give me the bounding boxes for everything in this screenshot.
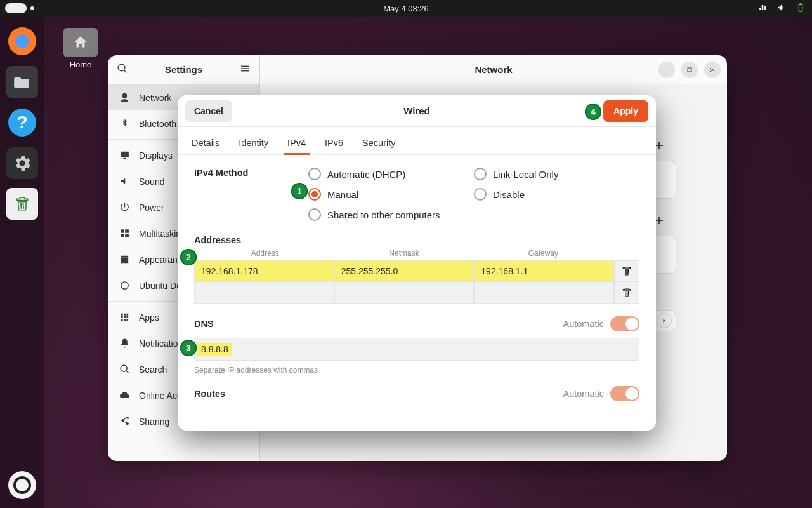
dns-automatic-label: Automatic bbox=[563, 319, 604, 329]
annotation-4: 4 bbox=[585, 104, 601, 120]
addresses-label: Addresses bbox=[194, 235, 639, 245]
add-wired-button[interactable]: + bbox=[655, 137, 669, 150]
dns-label: DNS bbox=[194, 319, 214, 329]
annotation-1: 1 bbox=[291, 183, 308, 199]
clock[interactable]: May 4 08:26 bbox=[383, 4, 429, 13]
tab-identity[interactable]: Identity bbox=[239, 138, 268, 154]
method-disable[interactable]: Disable bbox=[474, 188, 639, 201]
routes-automatic-label: Automatic bbox=[563, 389, 604, 399]
content-title: Network bbox=[475, 64, 512, 75]
method-link-label: Link-Local Only bbox=[493, 169, 558, 180]
battery-icon[interactable] bbox=[796, 3, 806, 15]
method-auto-label: Automatic (DHCP) bbox=[327, 169, 405, 180]
tab-ipv6[interactable]: IPv6 bbox=[325, 138, 343, 154]
dialog-tabs: Details Identity IPv4 IPv6 Security bbox=[178, 127, 656, 155]
activities-dot bbox=[30, 6, 34, 10]
method-auto[interactable]: Automatic (DHCP) bbox=[308, 168, 474, 180]
tab-security[interactable]: Security bbox=[362, 138, 395, 154]
delete-address-button bbox=[614, 282, 639, 304]
dns-automatic-toggle[interactable] bbox=[610, 316, 639, 331]
window-minimize-button[interactable] bbox=[658, 62, 675, 78]
gateway-input[interactable]: 192.168.1.1 bbox=[474, 260, 614, 282]
sidebar-item-label: Network bbox=[139, 93, 171, 103]
window-close-button[interactable] bbox=[704, 62, 721, 78]
sidebar-item-label: Displays bbox=[139, 150, 173, 161]
firefox-launcher[interactable] bbox=[6, 25, 38, 57]
routes-label: Routes bbox=[194, 389, 225, 399]
dialog-title: Wired bbox=[403, 105, 430, 116]
sidebar-item-label: Bluetooth bbox=[139, 119, 176, 129]
sidebar-item-label: Search bbox=[139, 364, 167, 375]
gateway-input[interactable] bbox=[474, 282, 614, 304]
address-input[interactable]: 192.168.1.178 bbox=[194, 260, 334, 282]
method-shared-label: Shared to other computers bbox=[327, 210, 440, 220]
desktop-home-label: Home bbox=[63, 60, 98, 69]
add-vpn-button[interactable]: + bbox=[655, 211, 669, 225]
method-disable-label: Disable bbox=[493, 189, 525, 200]
trash-launcher[interactable] bbox=[6, 188, 38, 220]
apply-button[interactable]: Apply bbox=[603, 100, 648, 122]
delete-address-button[interactable] bbox=[614, 260, 639, 282]
volume-icon[interactable] bbox=[776, 3, 787, 15]
tab-ipv4[interactable]: IPv4 bbox=[287, 138, 306, 154]
address-row: 192.168.1.178255.255.255.0192.168.1.1 bbox=[194, 260, 639, 282]
col-netmask: Netmask bbox=[334, 249, 473, 258]
col-address: Address bbox=[195, 249, 334, 258]
method-manual-label: Manual bbox=[327, 189, 358, 200]
activities-indicator[interactable] bbox=[5, 3, 27, 13]
sidebar-item-label: Sharing bbox=[139, 417, 169, 427]
sidebar-item-label: Power bbox=[139, 203, 164, 213]
tab-details[interactable]: Details bbox=[192, 138, 219, 154]
window-maximize-button[interactable] bbox=[681, 62, 698, 78]
netmask-input[interactable]: 255.255.255.0 bbox=[334, 260, 475, 282]
help-launcher[interactable]: ? bbox=[6, 107, 38, 138]
sidebar-item-label: Apps bbox=[139, 312, 159, 323]
chevron-right-icon bbox=[657, 313, 672, 328]
settings-launcher[interactable] bbox=[6, 147, 38, 179]
routes-automatic-toggle[interactable] bbox=[610, 386, 639, 401]
settings-title: Settings bbox=[165, 64, 202, 75]
sidebar-item-label: Sound bbox=[139, 177, 164, 187]
col-gateway: Gateway bbox=[474, 249, 613, 258]
annotation-2: 2 bbox=[180, 249, 197, 265]
dns-value: 8.8.8.8 bbox=[197, 343, 232, 356]
address-row bbox=[194, 282, 639, 304]
svg-point-0 bbox=[121, 282, 128, 289]
network-status-icon[interactable] bbox=[757, 3, 768, 15]
system-top-bar: May 4 08:26 bbox=[0, 0, 812, 17]
dock: ? bbox=[0, 17, 44, 508]
ipv4-method-label: IPv4 Method bbox=[194, 168, 308, 178]
method-link[interactable]: Link-Local Only bbox=[474, 168, 639, 180]
netmask-input[interactable] bbox=[334, 282, 475, 304]
show-apps-launcher[interactable] bbox=[8, 471, 36, 499]
hamburger-icon[interactable] bbox=[239, 63, 251, 77]
wired-settings-dialog: Cancel Wired Apply Details Identity IPv4… bbox=[178, 95, 656, 431]
annotation-3: 3 bbox=[180, 340, 197, 356]
method-shared[interactable]: Shared to other computers bbox=[308, 208, 474, 221]
cancel-button[interactable]: Cancel bbox=[185, 100, 232, 122]
files-launcher[interactable] bbox=[6, 66, 38, 98]
search-icon[interactable] bbox=[117, 63, 128, 77]
desktop-home-folder[interactable]: Home bbox=[63, 28, 98, 69]
dns-input[interactable]: 8.8.8.8 bbox=[194, 338, 639, 361]
method-manual[interactable]: Manual bbox=[308, 188, 474, 201]
address-input[interactable] bbox=[194, 282, 334, 304]
dns-hint: Separate IP addresses with commas bbox=[194, 366, 639, 375]
